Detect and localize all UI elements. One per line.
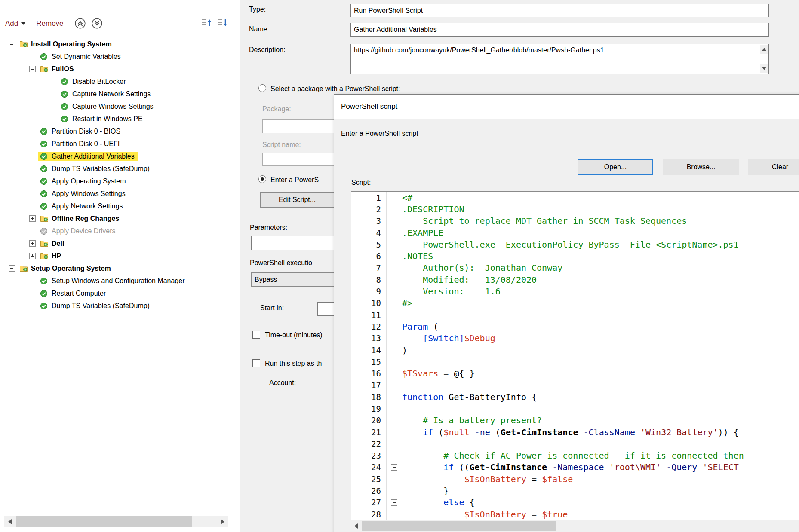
scrollbar-thumb[interactable]: [362, 521, 556, 531]
scrollbar-track[interactable]: [15, 516, 217, 527]
remove-button[interactable]: Remove: [36, 19, 63, 28]
tree-item-content: Setup Operating System: [18, 264, 114, 273]
tree-item[interactable]: Dump TS Variables (SafeDump): [0, 162, 233, 175]
collapse-all-button[interactable]: [74, 18, 86, 29]
line-number: 8: [351, 274, 387, 285]
tree-item[interactable]: Partition Disk 0 - BIOS: [0, 125, 233, 138]
fold-margin: [387, 473, 402, 485]
tree-item[interactable]: Restart in Windows PE: [0, 113, 233, 125]
fold-margin: [387, 333, 402, 344]
tree-item[interactable]: Apply Operating System: [0, 175, 233, 187]
tree-item[interactable]: Capture Windows Settings: [0, 100, 233, 113]
timeout-checkbox[interactable]: [252, 331, 260, 339]
tree-item[interactable]: Set Dynamic Variables: [0, 50, 233, 63]
tree-item[interactable]: Dell: [0, 237, 233, 250]
tree-indent-spacer: [29, 278, 36, 284]
clear-button[interactable]: Clear: [748, 159, 799, 175]
code-line: 6.NOTES: [351, 250, 799, 262]
select-package-radio[interactable]: [258, 84, 266, 92]
tree-indent-spacer: [29, 53, 36, 60]
select-package-radio-label: Select a package with a PowerShell scrip…: [270, 85, 400, 93]
line-number: 9: [351, 285, 387, 297]
chevron-double-down-icon: [91, 18, 103, 29]
tree-item-content: Partition Disk 0 - UEFI: [38, 139, 123, 149]
type-field[interactable]: Run PowerShell Script: [350, 4, 769, 17]
timeout-checkbox-label: Time-out (minutes): [265, 331, 323, 339]
tree-indent-spacer: [29, 165, 36, 172]
tree-item[interactable]: Offline Reg Changes: [0, 212, 233, 225]
tree-item[interactable]: Dump TS Variables (SafeDump): [0, 300, 233, 312]
code-line: 8 Modified: 13/08/2020: [351, 274, 799, 285]
scroll-left-button[interactable]: [351, 521, 361, 531]
task-sequence-editor-window: Add Remove: [0, 0, 799, 532]
expand-toggle-icon[interactable]: [29, 253, 36, 259]
enter-script-radio[interactable]: [258, 175, 266, 183]
code-text: # Is a battery present?: [402, 415, 542, 425]
chevron-double-up-icon: [74, 18, 86, 29]
name-field[interactable]: Gather Additional Variables: [350, 23, 769, 37]
code-fold-collapse-icon[interactable]: [391, 429, 397, 435]
tree-item[interactable]: Apply Device Drivers: [0, 225, 233, 237]
tree-item[interactable]: FullOS: [0, 63, 233, 75]
toolbar-separator: [31, 18, 31, 29]
step-success-icon: [40, 128, 49, 135]
tree-item[interactable]: Setup Operating System: [0, 262, 233, 275]
tree-indent-spacer: [29, 153, 36, 159]
edit-script-button[interactable]: Edit Script...: [260, 192, 334, 208]
tree-indent-spacer: [29, 228, 36, 234]
code-fold-collapse-icon[interactable]: [391, 394, 397, 400]
group-folder-icon: [40, 240, 49, 248]
script-name-label: Script name:: [262, 141, 301, 149]
code-line: 28 $IsOnBattery = $true: [351, 508, 799, 520]
collapse-toggle-icon[interactable]: [29, 66, 36, 72]
tree-indent-spacer: [50, 78, 56, 85]
collapse-toggle-icon[interactable]: [9, 265, 15, 272]
collapse-toggle-icon[interactable]: [9, 41, 15, 47]
tree-item[interactable]: Restart Computer: [0, 287, 233, 300]
script-editor[interactable]: 1<#2.DESCRIPTION3 Script to replace MDT …: [351, 191, 799, 520]
description-scroll-up-button[interactable]: [760, 45, 768, 54]
scroll-left-button[interactable]: [4, 516, 15, 527]
line-number: 4: [351, 227, 387, 238]
collapse-groups-button[interactable]: [217, 18, 228, 29]
tree-item-label: Apply Operating System: [52, 177, 126, 185]
code-text: Param (: [402, 321, 438, 332]
code-line: 17: [351, 379, 799, 391]
expand-groups-button[interactable]: [201, 18, 212, 29]
tree-item[interactable]: Apply Windows Settings: [0, 187, 233, 200]
tree-item-label: Apply Device Drivers: [52, 227, 115, 235]
task-sequence-tree[interactable]: Install Operating SystemSet Dynamic Vari…: [0, 38, 233, 506]
browse-button[interactable]: Browse...: [663, 159, 739, 175]
code-line: 24 if ((Get-CimInstance -Namespace 'root…: [351, 462, 799, 473]
step-success-icon: [61, 90, 69, 98]
fold-margin: [387, 403, 402, 414]
expand-toggle-icon[interactable]: [29, 240, 36, 247]
tree-item[interactable]: HP: [0, 250, 233, 262]
tree-horizontal-scrollbar[interactable]: [4, 516, 228, 527]
scrollbar-thumb[interactable]: [16, 516, 192, 527]
tree-item[interactable]: Disable BitLocker: [0, 75, 233, 88]
tree-item[interactable]: Apply Network Settings: [0, 200, 233, 212]
run-as-checkbox[interactable]: [252, 359, 260, 367]
code-fold-collapse-icon[interactable]: [391, 499, 397, 506]
editor-horizontal-scrollbar[interactable]: [351, 521, 799, 531]
line-number: 7: [351, 262, 387, 274]
tree-item[interactable]: Gather Additional Variables: [0, 150, 233, 162]
triangle-down-icon: [762, 67, 766, 70]
scroll-right-button[interactable]: [217, 516, 228, 527]
line-number: 12: [351, 321, 387, 332]
expand-all-button[interactable]: [91, 18, 103, 29]
add-button[interactable]: Add: [5, 19, 25, 28]
open-button[interactable]: Open...: [578, 159, 653, 175]
description-scroll-down-button[interactable]: [760, 64, 768, 73]
description-field[interactable]: https://github.com/jonconwayuk/PowerShel…: [350, 44, 769, 74]
tree-item[interactable]: Partition Disk 0 - UEFI: [0, 138, 233, 150]
tree-item[interactable]: Setup Windows and Configuration Manager: [0, 275, 233, 287]
fold-margin: [387, 321, 402, 332]
tree-item[interactable]: Capture Network Settings: [0, 88, 233, 100]
tree-item[interactable]: Install Operating System: [0, 38, 233, 50]
expand-toggle-icon[interactable]: [29, 215, 36, 222]
code-fold-collapse-icon[interactable]: [391, 464, 397, 471]
fold-margin: [387, 238, 402, 250]
step-success-icon: [61, 115, 69, 123]
